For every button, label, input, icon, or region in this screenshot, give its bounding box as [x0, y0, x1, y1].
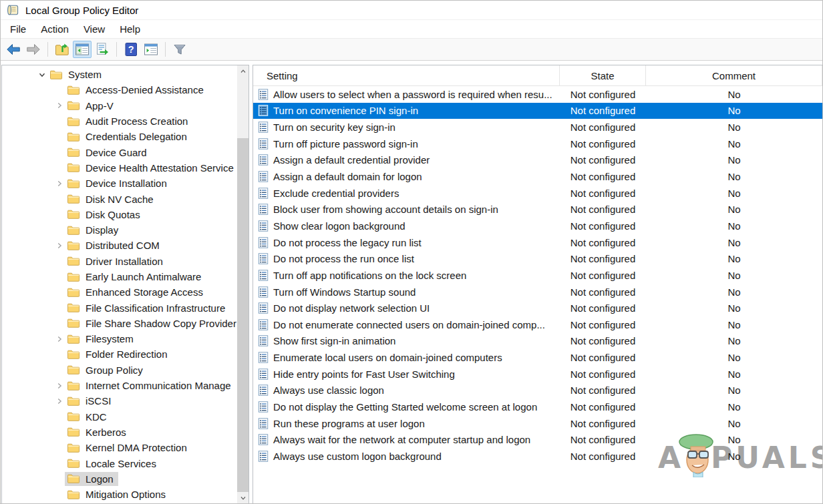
setting-state: Not configured — [560, 121, 646, 133]
setting-comment: No — [646, 89, 822, 100]
forward-button[interactable] — [24, 41, 43, 58]
back-button[interactable] — [4, 41, 23, 58]
filter-button[interactable] — [170, 41, 189, 58]
setting-row[interactable]: Assign a default credential provider Not… — [253, 152, 822, 169]
tree-node[interactable]: App-V — [2, 98, 237, 113]
tree-node[interactable]: Distributed COM — [2, 238, 237, 253]
chevron-right-icon[interactable] — [54, 178, 65, 189]
column-header-state[interactable]: State — [560, 65, 646, 85]
setting-state: Not configured — [560, 188, 646, 199]
setting-row[interactable]: Do not display the Getting Started welco… — [253, 399, 822, 415]
setting-row[interactable]: Turn on security key sign-in Not configu… — [253, 119, 822, 136]
scroll-down-arrow[interactable] — [237, 492, 249, 503]
setting-comment: No — [646, 253, 822, 264]
menu-item[interactable]: View — [76, 21, 112, 37]
tree-node[interactable]: Device Guard — [2, 144, 237, 160]
setting-row[interactable]: Allow users to select when a password is… — [253, 86, 822, 103]
chevron-right-icon[interactable] — [54, 100, 65, 111]
tree-node-label: Folder Redirection — [86, 348, 168, 360]
local-group-policy-editor-window: Local Group Policy Editor File Action Vi… — [0, 0, 823, 504]
column-header-setting[interactable]: Setting — [253, 65, 560, 85]
setting-row[interactable]: Always use custom logon background Not c… — [253, 448, 822, 465]
chevron-right-icon[interactable] — [54, 240, 65, 251]
setting-row[interactable]: Exclude credential providers Not configu… — [253, 185, 822, 202]
setting-row[interactable]: Enumerate local users on domain-joined c… — [253, 349, 822, 366]
chevron-right-icon[interactable] — [54, 396, 65, 407]
menu-item[interactable]: Help — [112, 21, 148, 37]
tree-node[interactable]: Kerberos — [2, 425, 237, 440]
tree-node[interactable]: Mitigation Options — [2, 487, 237, 502]
scroll-up-arrow[interactable] — [237, 65, 249, 77]
column-header-comment[interactable]: Comment — [646, 65, 822, 85]
new-window-button[interactable] — [142, 41, 160, 58]
tree-node[interactable]: Access-Denied Assistance — [2, 82, 237, 97]
tree-node[interactable]: Kernel DMA Protection — [2, 440, 237, 455]
tree-node[interactable]: Locale Services — [2, 455, 237, 471]
setting-row[interactable]: Always wait for the network at computer … — [253, 431, 822, 448]
tree-node[interactable]: File Share Shadow Copy Provider — [2, 316, 237, 331]
setting-row[interactable]: Run these programs at user logon Not con… — [253, 415, 822, 432]
scrollbar-thumb[interactable] — [237, 138, 249, 492]
chevron-right-icon[interactable] — [54, 334, 65, 344]
setting-row[interactable]: Do not enumerate connected users on doma… — [253, 316, 822, 333]
setting-row[interactable]: Turn off Windows Startup sound Not confi… — [253, 284, 822, 300]
setting-row[interactable]: Hide entry points for Fast User Switchin… — [253, 366, 822, 383]
setting-row[interactable]: Always use classic logon Not configured … — [253, 383, 822, 399]
tree-node[interactable]: Audit Process Creation — [2, 113, 237, 129]
tree-node[interactable]: File Classification Infrastructure — [2, 300, 237, 315]
tree-node[interactable]: Device Health Attestation Service — [2, 160, 237, 176]
folder-icon — [67, 194, 80, 204]
tree-node[interactable]: Group Policy — [2, 362, 237, 378]
setting-row[interactable]: Do not process the legacy run list Not c… — [253, 234, 822, 251]
setting-row[interactable]: Block user from showing account details … — [253, 201, 822, 218]
setting-name: Do not display network selection UI — [273, 302, 430, 314]
tree-node[interactable]: Folder Redirection — [2, 346, 237, 362]
setting-row[interactable]: Assign a default domain for logon Not co… — [253, 168, 822, 185]
tree-node[interactable]: Early Launch Antimalware — [2, 269, 237, 284]
tree-node[interactable]: Disk NV Cache — [2, 191, 237, 206]
tree-node[interactable]: Credentials Delegation — [2, 129, 237, 144]
setting-name: Hide entry points for Fast User Switchin… — [273, 368, 455, 380]
help-button[interactable]: ? — [122, 41, 140, 58]
chevron-down-icon[interactable] — [37, 69, 47, 80]
setting-row[interactable]: Show clear logon background Not configur… — [253, 218, 822, 234]
tree-node[interactable]: Filesystem — [2, 331, 237, 346]
menu-item[interactable]: Action — [33, 21, 76, 37]
tree-node[interactable]: iSCSI — [2, 393, 237, 409]
tree-node[interactable] — [2, 502, 237, 503]
toolbar-separator — [116, 42, 117, 57]
tree-node[interactable]: Logon — [2, 471, 237, 487]
tree-node[interactable]: Driver Installation — [2, 254, 237, 269]
tree-node-system[interactable]: System — [2, 67, 237, 82]
setting-comment: No — [646, 105, 822, 116]
folder-icon — [67, 381, 80, 391]
tree-node[interactable]: KDC — [2, 409, 237, 425]
console-tree-toggle-button[interactable] — [73, 41, 92, 58]
tree-node-label: Driver Installation — [86, 256, 163, 267]
up-one-level-button[interactable] — [53, 41, 71, 58]
tree-node[interactable]: Enhanced Storage Access — [2, 284, 237, 300]
setting-row[interactable]: Do not process the run once list Not con… — [253, 250, 822, 267]
console-tree-icon — [74, 41, 90, 57]
tree-node-label: Locale Services — [86, 458, 156, 469]
policy-setting-icon — [258, 220, 269, 232]
setting-row[interactable]: Show first sign-in animation Not configu… — [253, 333, 822, 350]
tree-scrollbar[interactable] — [237, 65, 249, 503]
chevron-right-icon[interactable] — [54, 381, 65, 391]
tree-node[interactable]: Disk Quotas — [2, 207, 237, 222]
setting-row[interactable]: Turn off app notifications on the lock s… — [253, 267, 822, 284]
setting-state: Not configured — [560, 138, 646, 150]
setting-comment: No — [646, 188, 822, 199]
tree-node[interactable]: Display — [2, 222, 237, 238]
setting-row[interactable]: Turn on convenience PIN sign-in Not conf… — [253, 103, 822, 119]
export-list-button[interactable] — [93, 41, 112, 58]
tree-node[interactable]: Device Installation — [2, 176, 237, 191]
policy-setting-icon — [258, 385, 269, 396]
tree-node-label: Device Guard — [86, 147, 147, 158]
menu-item[interactable]: File — [3, 21, 33, 37]
setting-row[interactable]: Do not display network selection UI Not … — [253, 300, 822, 316]
settings-list: Allow users to select when a password is… — [253, 86, 822, 465]
folder-icon — [67, 349, 80, 360]
setting-row[interactable]: Turn off picture password sign-in Not co… — [253, 136, 822, 152]
tree-node[interactable]: Internet Communication Manage — [2, 378, 237, 393]
